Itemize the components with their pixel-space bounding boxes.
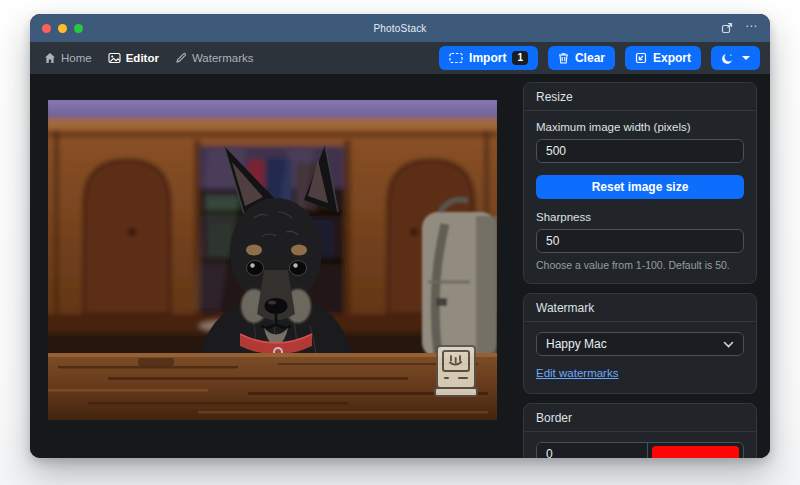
app-window: PhotoStack ⋯ Home Editor bbox=[30, 14, 770, 458]
max-width-input[interactable] bbox=[536, 139, 744, 163]
dashed-frame-icon bbox=[449, 52, 463, 64]
import-button-label: Import bbox=[469, 51, 506, 65]
edit-watermarks-link[interactable]: Edit watermarks bbox=[536, 367, 618, 379]
watermark-card: Watermark Happy Mac Edit watermarks bbox=[523, 293, 757, 394]
main-content: Resize Maximum image width (pixels) Rese… bbox=[30, 74, 770, 458]
border-card: Border bbox=[523, 403, 757, 458]
titlebar: PhotoStack ⋯ bbox=[30, 14, 770, 42]
border-width-input[interactable] bbox=[537, 443, 648, 458]
nav-item-home[interactable]: Home bbox=[44, 52, 92, 64]
traffic-lights bbox=[42, 14, 83, 42]
clear-button[interactable]: Clear bbox=[548, 46, 615, 70]
home-icon bbox=[44, 52, 56, 64]
watermark-card-title: Watermark bbox=[524, 294, 756, 322]
clear-button-label: Clear bbox=[575, 51, 605, 65]
nav-item-watermarks[interactable]: Watermarks bbox=[175, 52, 254, 64]
nav-item-editor[interactable]: Editor bbox=[108, 52, 159, 64]
reset-image-size-button[interactable]: Reset image size bbox=[536, 175, 744, 199]
photo-pane bbox=[30, 74, 497, 458]
border-color-picker[interactable] bbox=[648, 443, 743, 458]
nav-item-label: Home bbox=[61, 52, 92, 64]
dog-photo bbox=[48, 100, 497, 420]
sharpness-help-text: Choose a value from 1-100. Default is 50… bbox=[536, 259, 744, 271]
export-button[interactable]: Export bbox=[625, 46, 701, 70]
toolbar-actions: Import 1 Clear Export bbox=[439, 46, 760, 70]
trash-icon bbox=[558, 52, 569, 64]
table bbox=[48, 353, 497, 420]
import-count-badge: 1 bbox=[512, 51, 528, 65]
sharpness-input[interactable] bbox=[536, 229, 744, 253]
border-color-swatch bbox=[652, 446, 739, 458]
photo-preview[interactable] bbox=[48, 100, 497, 420]
close-window-button[interactable] bbox=[42, 24, 51, 33]
max-width-label: Maximum image width (pixels) bbox=[536, 121, 744, 133]
pop-out-window-icon[interactable] bbox=[721, 22, 733, 34]
zoom-window-button[interactable] bbox=[74, 24, 83, 33]
happy-mac-icon bbox=[435, 346, 477, 396]
export-button-label: Export bbox=[653, 51, 691, 65]
watermark-select-value: Happy Mac bbox=[546, 337, 607, 351]
border-input-group bbox=[536, 442, 744, 458]
image-icon bbox=[108, 52, 121, 64]
sharpness-label: Sharpness bbox=[536, 211, 744, 223]
import-button[interactable]: Import 1 bbox=[439, 46, 538, 70]
box-arrow-icon bbox=[635, 52, 647, 64]
theme-dropdown-button[interactable] bbox=[711, 46, 760, 70]
navbar: Home Editor Watermarks Import 1 bbox=[30, 42, 770, 74]
watermark-select[interactable]: Happy Mac bbox=[536, 332, 744, 356]
chevron-down-icon bbox=[742, 56, 750, 60]
pencil-icon bbox=[175, 52, 187, 64]
settings-sidebar: Resize Maximum image width (pixels) Rese… bbox=[523, 82, 757, 458]
chevron-down-icon bbox=[723, 341, 734, 348]
nav-item-label: Watermarks bbox=[192, 52, 254, 64]
moon-icon bbox=[721, 52, 734, 65]
backpack bbox=[422, 200, 497, 358]
border-card-title: Border bbox=[524, 404, 756, 432]
resize-card-title: Resize bbox=[524, 83, 756, 111]
window-title: PhotoStack bbox=[373, 23, 426, 34]
more-menu-button[interactable]: ⋯ bbox=[745, 20, 758, 36]
minimize-window-button[interactable] bbox=[58, 24, 67, 33]
nav-item-label: Editor bbox=[126, 52, 159, 64]
resize-card: Resize Maximum image width (pixels) Rese… bbox=[523, 82, 757, 284]
